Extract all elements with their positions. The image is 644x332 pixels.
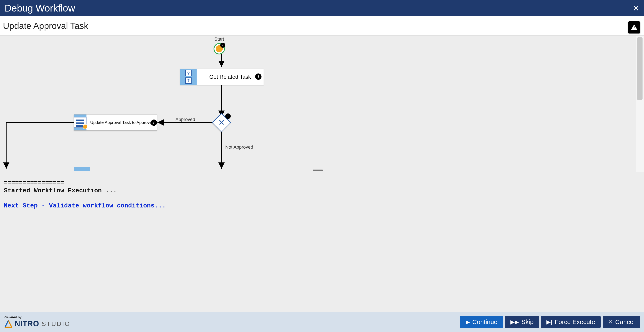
fast-forward-icon: ▶▶	[510, 319, 519, 325]
canvas-scrollbar[interactable]	[636, 36, 644, 172]
close-icon[interactable]: ✕	[633, 4, 640, 13]
skip-button[interactable]: ▶▶ Skip	[505, 316, 539, 328]
footer: Powered by NITRO STUDIO ▶ Continue ▶▶ Sk…	[0, 312, 644, 332]
powered-by-label: Powered by	[4, 316, 70, 319]
node-label: Get Related Task	[209, 74, 251, 80]
resize-grip-icon[interactable]	[313, 170, 323, 171]
info-icon[interactable]: i	[151, 120, 157, 126]
node-icon-column: ? ?	[180, 69, 196, 85]
log-separator	[4, 212, 640, 212]
node-update-approval-task[interactable]: Update Approval Task to Approved i	[74, 114, 157, 130]
log-line: Started Workflow Execution ...	[4, 187, 640, 195]
svg-rect-1	[634, 29, 634, 29]
info-icon[interactable]: i	[220, 43, 225, 48]
list-update-icon	[74, 117, 86, 128]
execution-log: ================ Started Workflow Execut…	[0, 172, 644, 312]
log-next-step: Next Step - Validate workflow conditions…	[4, 202, 640, 210]
warning-icon	[630, 24, 638, 31]
cancel-button[interactable]: ✕ Cancel	[603, 316, 640, 328]
decision-node[interactable]: ✕ i	[215, 116, 228, 129]
button-label: Continue	[472, 318, 498, 326]
brand-name-light: STUDIO	[42, 320, 70, 328]
log-separator	[4, 197, 640, 197]
workflow-canvas[interactable]: Start i ? ? Get Related Task i ✕	[0, 36, 644, 172]
app-title: Debug Workflow	[4, 2, 75, 14]
brand-name-bold: NITRO	[15, 320, 39, 328]
continue-button[interactable]: ▶ Continue	[460, 316, 503, 328]
svg-rect-0	[634, 26, 634, 28]
node-icon-column	[74, 114, 86, 130]
node-label: Update Approval Task to Approved	[90, 120, 154, 125]
workflow-name: Update Approval Task	[3, 21, 88, 31]
info-icon[interactable]: i	[225, 114, 231, 119]
brand-mark-icon	[4, 319, 13, 328]
edge-label-approved: Approved	[176, 117, 195, 122]
workflow-connectors	[0, 36, 636, 172]
edge-label-not-approved: Not Approved	[225, 144, 253, 150]
force-execute-button[interactable]: ▶| Force Execute	[541, 316, 600, 328]
start-label: Start	[214, 36, 225, 42]
info-icon[interactable]: i	[255, 74, 262, 80]
brand: Powered by NITRO STUDIO	[4, 316, 70, 328]
start-node[interactable]: Start i	[214, 36, 225, 54]
subheader: Update Approval Task	[0, 16, 644, 36]
button-label: Force Execute	[554, 318, 595, 326]
log-divider: ================	[4, 179, 640, 187]
play-icon: ▶	[466, 319, 470, 325]
button-label: Cancel	[615, 318, 635, 326]
query-icon: ?	[185, 78, 192, 84]
titlebar: Debug Workflow ✕	[0, 0, 644, 16]
start-circle-icon: i	[214, 43, 225, 54]
close-icon: ✕	[608, 319, 613, 325]
query-icon: ?	[185, 70, 192, 76]
scrollbar-thumb[interactable]	[637, 37, 642, 100]
warning-badge[interactable]	[628, 21, 640, 34]
node-get-related-task[interactable]: ? ? Get Related Task i	[180, 69, 264, 85]
skip-to-end-icon: ▶|	[546, 319, 552, 325]
node-partial	[74, 167, 90, 171]
button-label: Skip	[521, 318, 534, 326]
